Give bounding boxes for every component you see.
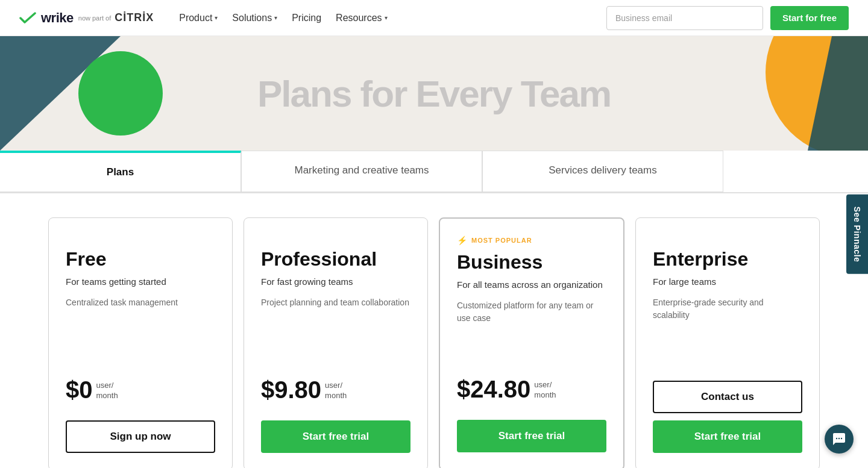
nav-product[interactable]: Product ▾ (173, 8, 224, 28)
plan-title-enterprise: Enterprise (653, 248, 802, 270)
nav-pricing[interactable]: Pricing (286, 8, 327, 28)
badge-placeholder (261, 235, 410, 248)
svg-point-8 (841, 438, 842, 439)
plan-title-free: Free (66, 248, 215, 270)
most-popular-badge: ⚡ MOST POPULAR (457, 236, 606, 245)
chevron-down-icon: ▾ (274, 14, 277, 21)
plan-card-free: Free For teams getting started Centraliz… (48, 217, 233, 468)
hero-banner: Plans for Every Team (0, 36, 868, 151)
chevron-down-icon: ▾ (385, 14, 388, 21)
logo[interactable]: wrike now part of CİTRİX (19, 10, 154, 26)
plan-subtitle-professional: For fast growing teams (261, 276, 410, 287)
wrike-logo-icon (19, 11, 36, 25)
plan-subtitle-enterprise: For large teams (653, 276, 802, 287)
start-for-free-button[interactable]: Start for free (770, 6, 849, 30)
price-amount-free: $0 (66, 376, 93, 404)
trial-button-professional[interactable]: Start free trial (261, 420, 410, 453)
plan-desc-enterprise: Enterprise-grade security and scalabilit… (653, 296, 802, 345)
logo-wrike-text: wrike (41, 10, 74, 26)
trial-button-business[interactable]: Start free trial (457, 420, 606, 452)
nav-resources[interactable]: Resources ▾ (330, 8, 393, 28)
logo-now-part-text: now part of (78, 14, 111, 22)
price-unit-professional: user/month (325, 381, 347, 401)
badge-placeholder (653, 235, 802, 248)
signup-button-free[interactable]: Sign up now (66, 420, 215, 453)
price-row-professional: $9.80 user/month (261, 376, 410, 404)
trial-button-enterprise[interactable]: Start free trial (653, 420, 802, 453)
price-unit-free: user/month (96, 381, 118, 401)
svg-point-1 (78, 51, 163, 136)
chevron-down-icon: ▾ (215, 14, 218, 21)
hero-shape-tl (0, 36, 193, 151)
plan-card-professional: Professional For fast growing teams Proj… (244, 217, 428, 468)
pricing-section: Free For teams getting started Centraliz… (0, 193, 868, 468)
tab-plans[interactable]: Plans (0, 151, 241, 192)
logo-citrix-text: CİTRİX (115, 11, 154, 24)
badge-placeholder (66, 235, 215, 248)
email-input[interactable] (606, 6, 763, 30)
price-amount-business: $24.80 (457, 376, 530, 403)
tab-marketing[interactable]: Marketing and creative teams (241, 151, 482, 192)
nav-links: Product ▾ Solutions ▾ Pricing Resources … (173, 8, 393, 28)
price-unit-business: user/month (534, 380, 556, 401)
plan-subtitle-free: For teams getting started (66, 276, 215, 287)
price-row-business: $24.80 user/month (457, 376, 606, 403)
svg-point-6 (836, 438, 837, 439)
price-amount-professional: $9.80 (261, 376, 321, 404)
price-spacer-enterprise (653, 357, 802, 381)
plan-desc-business: Customized platform for any team or use … (457, 299, 606, 364)
tabs-bar: Plans Marketing and creative teams Servi… (0, 151, 868, 193)
plan-subtitle-business: For all teams across an organization (457, 279, 606, 290)
plan-card-business: ⚡ MOST POPULAR Business For all teams ac… (439, 217, 624, 468)
tab-services[interactable]: Services delivery teams (482, 151, 723, 192)
plan-desc-professional: Project planning and team collaboration (261, 296, 410, 364)
price-row-free: $0 user/month (66, 376, 215, 404)
chat-bubble[interactable] (825, 425, 854, 454)
plan-title-business: Business (457, 251, 606, 273)
hero-title: Plans for Every Team (257, 72, 611, 115)
plan-title-professional: Professional (261, 248, 410, 270)
bolt-icon: ⚡ (457, 236, 468, 245)
nav-solutions[interactable]: Solutions ▾ (226, 8, 283, 28)
svg-point-7 (838, 438, 840, 439)
logo-citrix-wrap: now part of CİTRİX (78, 11, 154, 24)
cards-row: Free For teams getting started Centraliz… (48, 217, 820, 468)
nav-right: Start for free (606, 6, 849, 30)
navbar: wrike now part of CİTRİX Product ▾ Solut… (0, 0, 868, 36)
hero-shape-tr (711, 36, 868, 151)
plan-card-enterprise: Enterprise For large teams Enterprise-gr… (635, 217, 820, 468)
contact-button-enterprise[interactable]: Contact us (653, 381, 802, 413)
pinnacle-tab[interactable]: See Pinnacle (846, 194, 868, 273)
nav-left: wrike now part of CİTRİX Product ▾ Solut… (19, 8, 394, 28)
plan-desc-free: Centralized task management (66, 296, 215, 364)
